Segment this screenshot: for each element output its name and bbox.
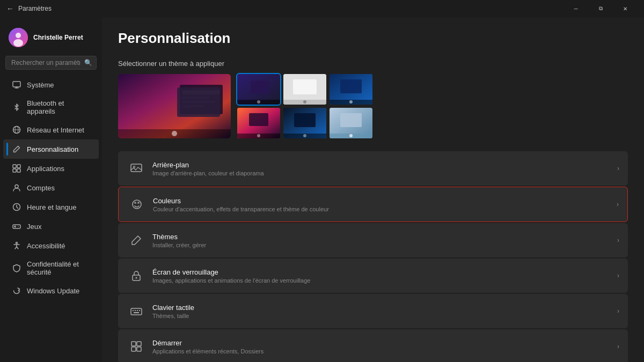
theme-preview-mini-container bbox=[237, 74, 372, 138]
themes-icon bbox=[127, 231, 146, 250]
sidebar-item-label-accessibilite: Accessibilité bbox=[27, 242, 65, 250]
sidebar-item-windowsupdate[interactable]: Windows Update bbox=[3, 281, 99, 300]
settings-item-clavier-tactile[interactable]: Clavier tactile Thèmes, taille › bbox=[118, 294, 628, 328]
svg-point-13 bbox=[15, 185, 18, 188]
theme-row-bottom bbox=[237, 108, 372, 138]
sidebar-item-label-personnalisation: Personnalisation bbox=[27, 145, 78, 153]
sidebar-item-bluetooth[interactable]: Bluetooth et appareils bbox=[3, 94, 99, 120]
svg-point-18 bbox=[18, 226, 19, 227]
clavier-tactile-icon bbox=[127, 301, 146, 321]
sidebar-item-comptes[interactable]: Comptes bbox=[3, 178, 99, 197]
theme-mini-2[interactable] bbox=[283, 74, 326, 105]
theme-mini-3[interactable] bbox=[330, 74, 372, 105]
svg-rect-49 bbox=[340, 113, 362, 127]
theme-mini-4[interactable] bbox=[237, 108, 280, 138]
ecran-verrouillage-title: Écran de verrouillage bbox=[152, 268, 613, 276]
sidebar-item-label-applications: Applications bbox=[27, 165, 64, 173]
svg-rect-25 bbox=[182, 105, 204, 107]
svg-rect-11 bbox=[13, 169, 16, 172]
themes-desc: Installer, créer, gérer bbox=[152, 242, 613, 248]
svg-rect-37 bbox=[340, 79, 362, 93]
svg-point-56 bbox=[137, 202, 140, 204]
avatar bbox=[9, 28, 28, 47]
user-name: Christelle Perret bbox=[33, 34, 83, 41]
search-input[interactable] bbox=[5, 56, 97, 70]
theme-mini-5[interactable] bbox=[283, 108, 326, 138]
svg-rect-62 bbox=[137, 310, 138, 311]
svg-rect-33 bbox=[293, 79, 317, 94]
search-box: 🔍 bbox=[5, 56, 97, 70]
settings-item-themes[interactable]: Thèmes Installer, créer, gérer › bbox=[118, 223, 628, 257]
couleurs-text: Couleurs Couleur d'accentuation, effets … bbox=[153, 197, 612, 212]
sidebar-item-systeme[interactable]: Système bbox=[3, 75, 99, 94]
titlebar-controls: ─ ⧉ ✕ bbox=[564, 0, 638, 17]
svg-rect-23 bbox=[182, 97, 209, 99]
svg-rect-68 bbox=[137, 347, 141, 351]
sidebar-item-reseau[interactable]: Réseau et Internet bbox=[3, 120, 99, 139]
demarrer-icon bbox=[127, 337, 146, 356]
sidebar-item-jeux[interactable]: Jeux bbox=[3, 217, 99, 236]
sidebar-item-applications[interactable]: Applications bbox=[3, 159, 99, 178]
settings-item-arriere-plan[interactable]: Arrière-plan Image d'arrière-plan, coule… bbox=[118, 151, 628, 186]
couleurs-title: Couleurs bbox=[153, 197, 612, 205]
sidebar-item-accessibilite[interactable]: Accessibilité bbox=[3, 236, 99, 255]
svg-point-51 bbox=[349, 134, 353, 137]
reseau-icon bbox=[12, 125, 21, 135]
themes-text: Thèmes Installer, créer, gérer bbox=[152, 233, 613, 248]
app-container: Christelle Perret 🔍 Système bbox=[0, 17, 644, 362]
sidebar-item-label-bluetooth: Bluetooth et appareils bbox=[27, 99, 90, 115]
titlebar-left: ← Paramètres bbox=[6, 4, 52, 13]
svg-rect-3 bbox=[13, 82, 20, 87]
sidebar-item-label-reseau: Réseau et Internet bbox=[27, 126, 84, 134]
sidebar: Christelle Perret 🔍 Système bbox=[0, 17, 102, 362]
svg-rect-66 bbox=[137, 342, 141, 346]
theme-row-top bbox=[237, 74, 372, 105]
svg-point-31 bbox=[257, 100, 260, 104]
sidebar-item-personnalisation[interactable]: Personnalisation bbox=[3, 139, 99, 159]
page-title: Personnalisation bbox=[118, 30, 628, 47]
clavier-tactile-arrow: › bbox=[617, 307, 619, 315]
sidebar-item-confidentialite[interactable]: Confidentialité et sécurité bbox=[3, 255, 99, 281]
sidebar-item-heure[interactable]: Heure et langue bbox=[3, 197, 99, 217]
couleurs-desc: Couleur d'accentuation, effets de transp… bbox=[153, 206, 612, 212]
applications-icon bbox=[12, 164, 21, 173]
restore-button[interactable]: ⧉ bbox=[588, 0, 613, 17]
back-icon[interactable]: ← bbox=[6, 4, 14, 13]
svg-rect-63 bbox=[139, 310, 140, 311]
svg-rect-65 bbox=[131, 342, 136, 346]
clavier-tactile-desc: Thèmes, taille bbox=[152, 313, 613, 319]
svg-point-53 bbox=[134, 166, 135, 168]
couleurs-arrow: › bbox=[617, 201, 619, 208]
theme-mini-1[interactable] bbox=[237, 74, 280, 105]
settings-item-couleurs[interactable]: Couleurs Couleur d'accentuation, effets … bbox=[118, 187, 628, 222]
svg-rect-64 bbox=[134, 312, 139, 313]
svg-rect-59 bbox=[131, 308, 142, 315]
svg-point-35 bbox=[303, 100, 306, 104]
svg-point-39 bbox=[349, 100, 353, 104]
clavier-tactile-title: Clavier tactile bbox=[152, 304, 613, 312]
sidebar-item-label-confidentialite: Confidentialité et sécurité bbox=[27, 260, 90, 276]
svg-rect-52 bbox=[131, 164, 142, 172]
settings-item-ecran-verrouillage[interactable]: Écran de verrouillage Images, applicatio… bbox=[118, 258, 628, 293]
close-button[interactable]: ✕ bbox=[613, 0, 638, 17]
arriere-plan-arrow: › bbox=[617, 165, 619, 172]
arriere-plan-text: Arrière-plan Image d'arrière-plan, coule… bbox=[152, 161, 613, 176]
theme-section-label: Sélectionner un thème à appliquer bbox=[118, 60, 628, 68]
theme-grid bbox=[118, 74, 628, 138]
svg-rect-41 bbox=[249, 113, 268, 126]
svg-rect-45 bbox=[294, 113, 316, 127]
accessibilite-icon bbox=[12, 241, 21, 250]
settings-item-demarrer[interactable]: Démarrer Applications et éléments récent… bbox=[118, 329, 628, 362]
systeme-icon bbox=[12, 80, 21, 90]
minimize-button[interactable]: ─ bbox=[564, 0, 588, 17]
heure-icon bbox=[12, 202, 21, 212]
user-profile[interactable]: Christelle Perret bbox=[0, 21, 102, 56]
settings-list: Arrière-plan Image d'arrière-plan, coule… bbox=[118, 151, 628, 362]
personnalisation-icon bbox=[12, 144, 21, 154]
themes-title: Thèmes bbox=[152, 233, 613, 241]
theme-preview-main[interactable] bbox=[118, 74, 231, 138]
theme-mini-6[interactable] bbox=[330, 108, 372, 138]
search-icon: 🔍 bbox=[84, 59, 92, 67]
demarrer-arrow: › bbox=[617, 343, 619, 350]
confidentialite-icon bbox=[12, 263, 21, 273]
